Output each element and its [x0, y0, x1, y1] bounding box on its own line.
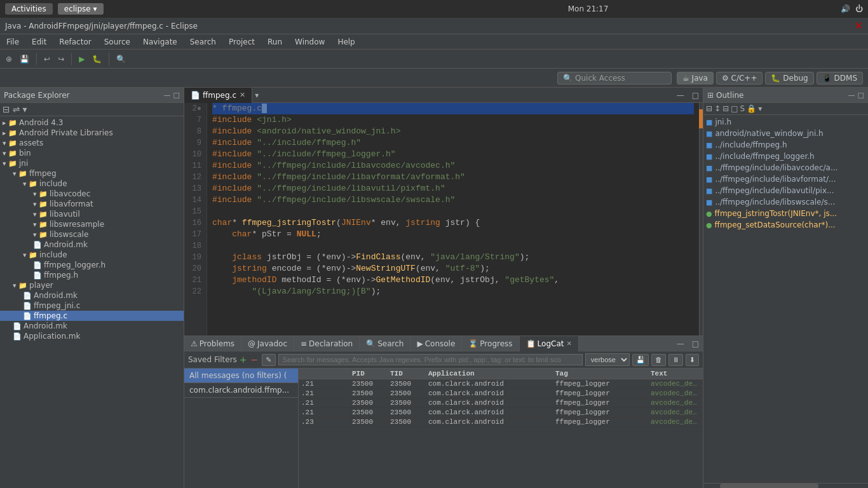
tree-libswscale[interactable]: ▾ 📁 libswscale	[0, 229, 184, 240]
tb-run[interactable]: ▶	[76, 53, 88, 65]
tab-search[interactable]: 🔍 Search	[360, 336, 410, 351]
filter-outline-icon[interactable]: ⊟	[722, 104, 729, 113]
tree-libavutil[interactable]: ▾ 📁 libavutil	[0, 209, 184, 219]
close-button[interactable]: ✕	[855, 20, 863, 32]
remove-filter-icon[interactable]: −	[251, 355, 259, 365]
menu-help[interactable]: Help	[331, 36, 361, 48]
pe-maximize[interactable]: □	[173, 91, 180, 99]
outline-ffmpeg-logger-h[interactable]: ■ ../include/ffmpeg_logger.h	[703, 151, 868, 162]
pause-logcat-button[interactable]: ⏸	[668, 354, 683, 366]
tab-logcat[interactable]: 📋 LogCat ✕	[520, 336, 579, 351]
sort-outline-icon[interactable]: ↕	[714, 104, 721, 113]
menu-search[interactable]: Search	[184, 36, 222, 48]
logcat-search-input[interactable]	[278, 354, 583, 365]
tab-menu-icon[interactable]: ▾	[255, 91, 259, 100]
outline-menu-icon[interactable]: ▾	[758, 104, 762, 113]
tab-console[interactable]: ▶ Console	[410, 336, 462, 351]
logcat-close-icon[interactable]: ✕	[566, 340, 571, 347]
tab-declaration[interactable]: ≡ Declaration	[294, 336, 360, 351]
tab-problems[interactable]: ⚠ Problems	[184, 336, 241, 351]
tree-android-mk-1[interactable]: 📄 Android.mk	[0, 240, 184, 250]
tb-new[interactable]: ⊕	[3, 53, 15, 65]
tab-javadoc[interactable]: @ Javadoc	[241, 336, 294, 351]
tree-application-mk[interactable]: 📄 Application.mk	[0, 331, 184, 341]
tb-undo[interactable]: ↩	[41, 53, 53, 65]
scrollbar-indicator[interactable]	[699, 103, 703, 336]
menu-file[interactable]: File	[0, 36, 25, 48]
tree-ffmpeg[interactable]: ▾ 📁 ffmpeg	[0, 168, 184, 179]
perspective-java[interactable]: ☕ Java	[677, 72, 714, 85]
pe-menu-icon[interactable]: ▾	[22, 104, 27, 114]
link-editor-icon[interactable]: ⇌	[13, 104, 20, 114]
outline-native-window[interactable]: ■ android/native_window_jni.h	[703, 128, 868, 139]
perspective-ddms[interactable]: 📱 DDMS	[817, 72, 863, 85]
hide-fields-icon[interactable]: □	[731, 104, 738, 113]
outline-ffmpeg-h[interactable]: ■ ../include/ffmpeg.h	[703, 139, 868, 151]
outline-minimize[interactable]: —	[848, 91, 855, 99]
tb-search[interactable]: 🔍	[113, 53, 129, 65]
tree-android43[interactable]: ▸ 📁 Android 4.3	[0, 118, 184, 128]
hide-static-icon[interactable]: S	[740, 104, 745, 113]
outline-maximize[interactable]: □	[858, 91, 864, 99]
menu-run[interactable]: Run	[261, 36, 288, 48]
bottom-minimize[interactable]: —	[673, 339, 688, 348]
bottom-maximize[interactable]: □	[688, 339, 703, 348]
perspective-debug[interactable]: 🐛 Debug	[765, 72, 813, 85]
tree-android-mk-jni[interactable]: 📄 Android.mk	[0, 321, 184, 331]
save-logcat-button[interactable]: 💾	[632, 354, 649, 366]
tree-libavcodec[interactable]: ▾ 📁 libavcodec	[0, 189, 184, 199]
power-icon[interactable]: ⏻	[855, 4, 863, 13]
menu-source[interactable]: Source	[98, 36, 137, 48]
tree-jni-include[interactable]: ▾ 📁 include	[0, 250, 184, 260]
tree-ffmpeg-include[interactable]: ▾ 📁 include	[0, 179, 184, 189]
menu-navigate[interactable]: Navigate	[137, 36, 184, 48]
outline-scrollbar[interactable]	[703, 483, 868, 488]
outline-libswscale[interactable]: ■ ../ffmpeg/include/libswscale/s...	[703, 196, 868, 208]
outline-fn-jstring[interactable]: ● ffmpeg_jstringTostr(JNIEnv*, js...	[703, 208, 868, 219]
clear-logcat-button[interactable]: 🗑	[651, 354, 666, 366]
tree-ffmpeg-jni-c[interactable]: 📄 ffmpeg_jni.c	[0, 301, 184, 311]
collapse-all-icon[interactable]: ⊟	[3, 104, 10, 114]
pe-minimize[interactable]: —	[164, 91, 171, 99]
logcat-row[interactable]: .21 23500 23500 com.clarck.android ffmpe…	[299, 408, 703, 417]
editor-tab-ffmpeg-c[interactable]: 📄 ffmpeg.c ✕	[184, 88, 252, 103]
perspective-cpp[interactable]: ⚙ C/C++	[716, 72, 763, 85]
hide-nonpublic-icon[interactable]: 🔒	[747, 104, 756, 113]
logcat-row[interactable]: .21 23500 23500 com.clarck.android ffmpe…	[299, 398, 703, 408]
tree-player[interactable]: ▾ 📁 player	[0, 280, 184, 290]
menu-edit[interactable]: Edit	[25, 36, 53, 48]
outline-jni-h[interactable]: ■ jni.h	[703, 116, 868, 128]
activities-button[interactable]: Activities	[5, 3, 53, 15]
eclipse-button[interactable]: eclipse ▾	[58, 3, 104, 15]
tree-assets[interactable]: ▾ 📁 assets	[0, 138, 184, 148]
verbose-select[interactable]: verbose debug info warn error	[585, 353, 630, 366]
editor-maximize[interactable]: □	[688, 91, 703, 100]
tree-ffmpeg-h[interactable]: 📄 ffmpeg.h	[0, 270, 184, 280]
outline-libavutil[interactable]: ■ ../ffmpeg/include/libavutil/pix...	[703, 185, 868, 196]
menu-project[interactable]: Project	[222, 36, 261, 48]
scroll-end-button[interactable]: ⬇	[686, 354, 699, 366]
tree-android-private[interactable]: ▸ 📁 Android Private Libraries	[0, 128, 184, 138]
tb-redo[interactable]: ↪	[55, 53, 67, 65]
collapse-all-outline-icon[interactable]: ⊟	[706, 104, 712, 113]
tree-ffmpeg-logger-h[interactable]: 📄 ffmpeg_logger.h	[0, 260, 184, 270]
menu-refactor[interactable]: Refactor	[53, 36, 97, 48]
tab-progress[interactable]: ⌛ Progress	[462, 336, 519, 351]
logcat-row[interactable]: .23 23500 23500 com.clarck.android ffmpe…	[299, 417, 703, 427]
tree-android-mk-player[interactable]: 📄 Android.mk	[0, 290, 184, 301]
logcat-filter-package[interactable]: com.clarck.android.ffmp...	[184, 383, 298, 398]
outline-fn-setdatasource[interactable]: ● ffmpeg_setDataSource(char*)...	[703, 219, 868, 231]
editor-minimize[interactable]: —	[673, 91, 688, 100]
logcat-row[interactable]: .21 23500 23500 com.clarck.android ffmpe…	[299, 379, 703, 389]
code-area[interactable]: * ffmpeg.c #include <jni.h> #include <an…	[207, 103, 699, 336]
edit-filter-button[interactable]: ✎	[262, 354, 275, 366]
logcat-all-messages[interactable]: All messages (no filters) (	[184, 369, 298, 383]
tree-libswresample[interactable]: ▾ 📁 libswresample	[0, 219, 184, 229]
add-filter-icon[interactable]: +	[240, 355, 247, 365]
tree-jni[interactable]: ▾ 📁 jni	[0, 158, 184, 168]
outline-libavformat[interactable]: ■ ../ffmpeg/include/libavformat/...	[703, 173, 868, 185]
volume-icon[interactable]: 🔊	[841, 4, 850, 13]
tree-bin[interactable]: ▾ 📁 bin	[0, 148, 184, 158]
menu-window[interactable]: Window	[288, 36, 331, 48]
quick-access-input[interactable]: 🔍 Quick Access	[557, 72, 672, 85]
